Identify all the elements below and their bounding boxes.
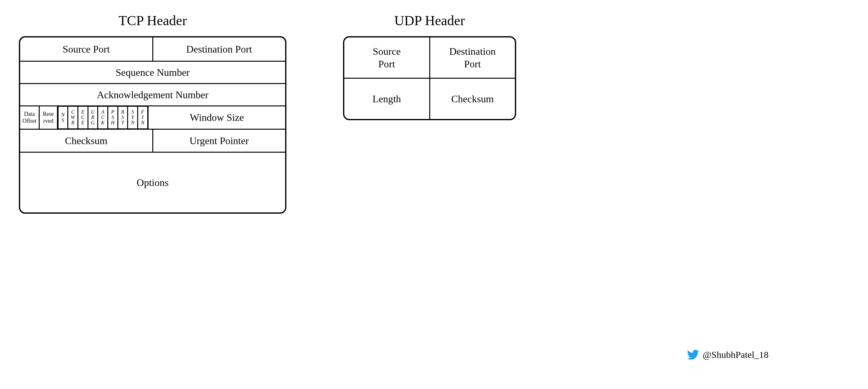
tcp-flag-cwr: CWR (67, 106, 79, 129)
tcp-row-ack: Acknowledgement Number (20, 84, 285, 107)
tcp-flag-urg: URG (88, 106, 98, 129)
tcp-row-flags: DataOffset Reserved NS CWR ECE URG ACK P… (20, 107, 285, 130)
tcp-flag-syn: SYN (127, 106, 138, 129)
tcp-options: Options (20, 153, 285, 212)
tcp-flag-psh: PSH (107, 106, 118, 129)
tcp-row-sequence: Sequence Number (20, 62, 285, 84)
tcp-flags: NS CWR ECE URG ACK PSH RST SYN FIN (58, 107, 149, 129)
tcp-ack-number: Acknowledgement Number (20, 84, 285, 106)
tcp-checksum: Checksum (20, 130, 153, 152)
tcp-header-box: Source Port Destination Port Sequence Nu… (19, 36, 286, 214)
udp-destination-port: DestinationPort (430, 37, 515, 78)
tcp-flag-rst: RST (117, 106, 128, 129)
tcp-data-offset: DataOffset (20, 107, 40, 129)
tcp-destination-port: Destination Port (153, 37, 285, 61)
udp-source-port: SourcePort (344, 37, 430, 78)
tcp-title: TCP Header (19, 12, 286, 29)
udp-row-ports: SourcePort DestinationPort (344, 37, 515, 79)
tcp-flag-ece: ECE (78, 106, 88, 129)
tcp-header-section: TCP Header Source Port Destination Port … (19, 12, 286, 214)
udp-title: UDP Header (343, 12, 516, 29)
author-credit: @ShubhPatel_18 (687, 349, 769, 361)
udp-length: Length (344, 79, 430, 119)
twitter-handle: @ShubhPatel_18 (703, 349, 769, 360)
tcp-row-options: Options (20, 153, 285, 212)
tcp-reserved: Reserved (40, 107, 58, 129)
tcp-urgent-pointer: Urgent Pointer (153, 130, 285, 152)
twitter-icon (687, 349, 699, 361)
tcp-row-ports: Source Port Destination Port (20, 37, 285, 62)
udp-row-length-checksum: Length Checksum (344, 79, 515, 119)
udp-header-box: SourcePort DestinationPort Length Checks… (343, 36, 516, 120)
diagram-container: TCP Header Source Port Destination Port … (0, 0, 868, 226)
tcp-flag-fin: FIN (137, 106, 148, 129)
udp-checksum: Checksum (430, 79, 515, 119)
tcp-flag-ns: NS (58, 106, 69, 129)
udp-header-section: UDP Header SourcePort DestinationPort Le… (343, 12, 516, 214)
tcp-sequence-number: Sequence Number (20, 62, 285, 83)
tcp-row-checksum: Checksum Urgent Pointer (20, 130, 285, 153)
tcp-window-size: Window Size (149, 107, 285, 129)
tcp-flag-ack: ACK (97, 106, 108, 129)
tcp-source-port: Source Port (20, 37, 153, 61)
